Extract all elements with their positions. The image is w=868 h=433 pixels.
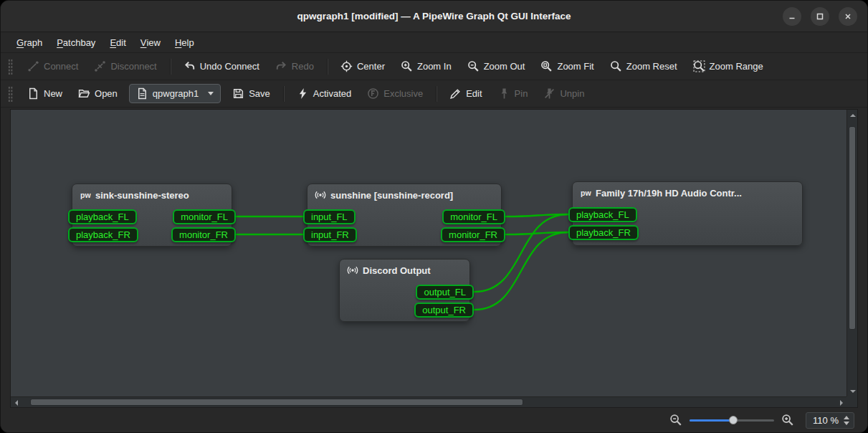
zoom-slider-handle[interactable]: [729, 416, 738, 424]
menu-help[interactable]: Help: [168, 32, 201, 52]
scroll-left-button[interactable]: [11, 397, 22, 408]
node-sunshine[interactable]: sunshine [sunshine-record]input_FLinput_…: [307, 184, 502, 247]
zoom-out-button[interactable]: Zoom Out: [460, 57, 533, 76]
pw-icon: pw: [80, 189, 91, 201]
zoom-out-icon: [467, 60, 480, 72]
pin-button[interactable]: Pin: [491, 84, 535, 103]
menu-graph[interactable]: Graph: [9, 32, 49, 52]
activated-button[interactable]: Activated: [290, 84, 358, 103]
new-button[interactable]: New: [20, 84, 70, 103]
redo-button[interactable]: Redo: [268, 57, 321, 76]
file-icon: [136, 87, 148, 100]
titlebar[interactable]: qpwgraph1 [modified] — A PipeWire Graph …: [1, 1, 867, 32]
spin-up-button[interactable]: [844, 416, 849, 419]
port-output_FL[interactable]: output_FL: [416, 285, 474, 300]
close-button[interactable]: [839, 7, 857, 26]
unpin-button[interactable]: Unpin: [536, 84, 591, 103]
node-sink-sunshine-stereo[interactable]: pwsink-sunshine-stereoplayback_FLplaybac…: [72, 184, 232, 247]
zoom-in-button[interactable]: [781, 414, 794, 427]
graph-canvas[interactable]: pwsink-sunshine-stereoplayback_FLplaybac…: [11, 110, 846, 396]
window-controls: [783, 7, 857, 26]
horizontal-scrollbar[interactable]: [11, 396, 846, 407]
qpwgraph-window: qpwgraph1 [modified] — A PipeWire Graph …: [0, 0, 868, 433]
node-discord-output[interactable]: Discord Outputoutput_FLoutput_FR: [339, 259, 470, 322]
toolbar-handle[interactable]: [8, 59, 13, 75]
port-playback_FL[interactable]: playback_FL: [68, 209, 137, 224]
button-label: Connect: [44, 61, 78, 72]
vertical-scrollbar-thumb[interactable]: [849, 126, 856, 330]
minimize-button[interactable]: [783, 7, 801, 26]
port-playback_FL[interactable]: playback_FL: [568, 207, 637, 222]
port-monitor_FL[interactable]: monitor_FL: [442, 209, 505, 224]
toolbar-handle[interactable]: [8, 86, 13, 102]
button-label: Edit: [466, 88, 482, 99]
port-output_FR[interactable]: output_FR: [414, 303, 474, 318]
undo-connect-button[interactable]: Undo Connect: [176, 57, 267, 76]
disconnect-icon: [94, 60, 106, 72]
zoom-slider[interactable]: [690, 414, 774, 426]
zoom-fit-button[interactable]: Zoom Fit: [533, 57, 601, 76]
zoom-out-button[interactable]: [669, 414, 682, 427]
button-label: Zoom Out: [484, 61, 525, 72]
port-monitor_FL[interactable]: monitor_FL: [173, 209, 236, 224]
open-icon: [78, 87, 90, 100]
port-monitor_FR[interactable]: monitor_FR: [171, 227, 236, 242]
exclusive-button[interactable]: Exclusive: [360, 84, 430, 103]
menu-edit[interactable]: Edit: [102, 32, 133, 52]
zoom-in-icon: [401, 60, 413, 72]
svg-text:pw: pw: [80, 191, 91, 199]
maximize-button[interactable]: [811, 7, 829, 26]
center-button[interactable]: Center: [333, 57, 392, 76]
zoom-spinbox[interactable]: 110 %: [806, 412, 854, 429]
record-icon: [347, 265, 358, 276]
exclusive-icon: [367, 87, 379, 100]
zoom-range-icon: [693, 60, 705, 72]
scroll-right-button[interactable]: [836, 397, 846, 408]
center-icon: [340, 60, 353, 72]
zoom-value[interactable]: 110 %: [813, 415, 839, 426]
menubar: GraphPatchbayEditViewHelp: [1, 32, 867, 53]
port-monitor_FR[interactable]: monitor_FR: [441, 227, 505, 242]
chevron-down-icon: [208, 92, 214, 95]
open-button[interactable]: Open: [71, 84, 125, 103]
menu-view[interactable]: View: [133, 32, 168, 52]
node-family-audio[interactable]: pwFamily 17h/19h HD Audio Contr...playba…: [572, 181, 803, 246]
patchbay-profile-select[interactable]: qpwgraph1: [129, 84, 221, 103]
close-icon: [842, 11, 854, 22]
button-label: Zoom Fit: [557, 61, 593, 72]
vertical-scrollbar[interactable]: [846, 110, 857, 396]
unpin-icon: [543, 87, 555, 100]
button-label: Activated: [313, 88, 351, 99]
edit-button[interactable]: Edit: [442, 84, 489, 103]
port-playback_FR[interactable]: playback_FR: [568, 225, 639, 240]
save-button[interactable]: Save: [225, 84, 277, 103]
port-playback_FR[interactable]: playback_FR: [68, 227, 138, 242]
window-title: qpwgraph1 [modified] — A PipeWire Graph …: [297, 11, 571, 22]
disconnect-button[interactable]: Disconnect: [87, 57, 163, 76]
node-title: sink-sunshine-stereo: [95, 190, 189, 201]
toolbar-separator: [327, 59, 328, 75]
port-input_FL[interactable]: input_FL: [303, 209, 356, 224]
connections-layer: [11, 110, 846, 396]
horizontal-scrollbar-thumb[interactable]: [30, 399, 523, 406]
button-label: New: [44, 88, 62, 99]
zoom-in-button[interactable]: Zoom In: [394, 57, 459, 76]
zoom-range-button[interactable]: Zoom Range: [686, 57, 771, 76]
toolbar-separator: [170, 59, 171, 75]
zoom-slider-fill: [690, 419, 733, 422]
minimize-icon: [786, 11, 798, 22]
zoom-reset-button[interactable]: Zoom Reset: [603, 57, 685, 76]
connect-button[interactable]: Connect: [20, 57, 85, 76]
scroll-up-button[interactable]: [847, 110, 858, 120]
node-title: Discord Output: [363, 265, 431, 276]
node-title: Family 17h/19h HD Audio Contr...: [596, 188, 742, 199]
spin-down-button[interactable]: [844, 422, 849, 425]
menu-patchbay[interactable]: Patchbay: [49, 32, 102, 52]
scroll-down-button[interactable]: [847, 386, 858, 396]
patchbay-toolbar: NewOpenqpwgraph1SaveActivatedExclusiveEd…: [1, 80, 867, 108]
maximize-icon: [814, 11, 826, 22]
button-label: Zoom In: [417, 61, 452, 72]
toolbar-separator: [436, 86, 437, 102]
port-input_FR[interactable]: input_FR: [303, 227, 357, 242]
spin-arrows: [844, 416, 849, 425]
